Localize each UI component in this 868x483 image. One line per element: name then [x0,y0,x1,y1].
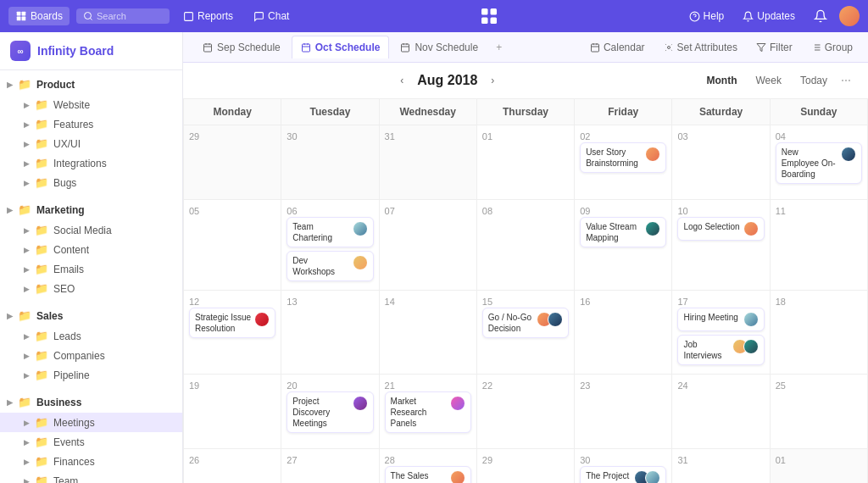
set-attributes-label: Set Attributes [677,42,737,53]
cal-cell-27[interactable]: 27 [281,449,379,483]
sidebar-item-uxui[interactable]: ▶ 📁 UX/UI [0,134,182,153]
cal-cell-29[interactable]: 29 [477,449,575,483]
cal-cell-25[interactable]: 25 [771,375,868,449]
cal-cell-26[interactable]: 26 [184,449,281,483]
sidebar-item-social-media[interactable]: ▶ 📁 Social Media [0,220,182,240]
event-user-story-brainstorming[interactable]: User Story Brainstorming [580,142,666,173]
sidebar-item-pipeline[interactable]: ▶ 📁 Pipeline [0,365,182,385]
month-view-button[interactable]: Month [698,71,746,90]
event-project-discovery-meetings[interactable]: Project Discovery Meetings [287,391,373,433]
tab-oct-schedule[interactable]: Oct Schedule [292,36,390,58]
today-view-button[interactable]: Today [792,71,836,90]
cal-cell-30-prev[interactable]: 30 [281,125,379,200]
cal-cell-11[interactable]: 11 [771,200,868,291]
cal-cell-13[interactable]: 13 [281,291,379,375]
sidebar-item-companies-label: Companies [53,350,105,362]
sidebar-group-business-header[interactable]: ▶ 📁 Business [0,391,182,413]
cal-cell-10[interactable]: 10 Logo Selection [672,200,770,291]
sidebar-item-companies[interactable]: ▶ 📁 Companies [0,346,182,365]
cal-date: 03 [677,131,687,142]
calendar-next-button[interactable]: › [486,73,499,88]
sidebar-item-team[interactable]: ▶ 📁 Team [0,471,182,483]
sidebar-item-emails[interactable]: ▶ 📁 Emails [0,259,182,279]
sidebar-item-finances[interactable]: ▶ 📁 Finances [0,452,182,471]
cal-date: 25 [776,380,786,391]
sidebar-item-events[interactable]: ▶ 📁 Events [0,432,182,452]
calendar-view-button[interactable]: Calendar [585,38,650,57]
set-attributes-button[interactable]: Set Attributes [659,38,743,57]
tab-nov-schedule[interactable]: Nov Schedule [391,36,487,58]
cal-cell-01[interactable]: 01 [477,125,575,200]
help-nav-item[interactable]: Help [682,7,732,25]
event-team-chartering[interactable]: Team Chartering [287,217,373,247]
sidebar-item-content[interactable]: ▶ 📁 Content [0,240,182,259]
cal-cell-12[interactable]: 12 Strategic Issue Resolution [184,291,281,375]
chevron-icon: ▶ [24,120,30,129]
cal-cell-30[interactable]: 30 The Project Manager's Meetup [575,449,672,483]
cal-cell-19[interactable]: 19 [184,375,281,449]
cal-cell-21[interactable]: 21 Market Research Panels [380,375,477,449]
cal-cell-24[interactable]: 24 [672,375,770,449]
cal-cell-18[interactable]: 18 [771,291,868,375]
cal-cell-05[interactable]: 05 [184,200,281,291]
cal-cell-01-next[interactable]: 01 [771,449,868,483]
event-market-research-panels[interactable]: Market Research Panels [385,391,471,433]
cal-cell-14[interactable]: 14 [380,291,477,375]
calendar-prev-button[interactable]: ‹ [395,73,409,88]
cal-cell-29-prev[interactable]: 29 [184,125,281,200]
cal-cell-31-prev[interactable]: 31 [380,125,477,200]
event-project-managers-meetup[interactable]: The Project Manager's Meetup [580,466,666,483]
sidebar-group-sales-header[interactable]: ▶ 📁 Sales [0,305,182,326]
tab-sep-schedule[interactable]: Sep Schedule [193,36,290,58]
chat-nav-item[interactable]: Chat [247,7,296,25]
cal-cell-15[interactable]: 15 Go / No-Go Decision [477,291,575,375]
sidebar-item-website[interactable]: ▶ 📁 Website [0,95,182,114]
cal-cell-08[interactable]: 08 [477,200,575,291]
event-go-nogo-decision[interactable]: Go / No-Go Decision [482,308,569,338]
event-the-sales-demo[interactable]: The Sales Demo [385,466,471,483]
reports-nav-item[interactable]: Reports [176,7,240,25]
cal-cell-22[interactable]: 22 [477,375,575,449]
event-new-employee-onboarding[interactable]: New Employee On-Boarding [776,142,862,184]
boards-nav-item[interactable]: Boards [8,7,70,25]
cal-cell-09[interactable]: 09 Value Stream Mapping [575,200,672,291]
sidebar-item-bugs[interactable]: ▶ 📁 Bugs [0,173,182,192]
cal-cell-17[interactable]: 17 Hiring Meeting Job Interviews [672,291,770,375]
event-avatar [743,339,759,354]
filter-button[interactable]: Filter [751,38,798,57]
sidebar-item-integrations-label: Integrations [53,158,107,169]
notifications-bell[interactable] [807,6,834,26]
sidebar-item-integrations[interactable]: ▶ 📁 Integrations [0,153,182,173]
cal-cell-07[interactable]: 07 [380,200,477,291]
group-button[interactable]: Group [806,38,858,57]
sidebar-item-meetings[interactable]: ▶ 📁 Meetings [0,413,182,432]
cal-cell-04[interactable]: 04 New Employee On-Boarding [771,125,868,200]
sidebar-item-seo[interactable]: ▶ 📁 SEO [0,279,182,298]
event-value-stream-mapping[interactable]: Value Stream Mapping [580,217,666,247]
cal-cell-03[interactable]: 03 [672,125,770,200]
event-dev-workshops[interactable]: Dev Workshops [287,251,373,281]
event-job-interviews[interactable]: Job Interviews [677,335,764,365]
sidebar-group-marketing-header[interactable]: ▶ 📁 Marketing [0,199,182,220]
cal-cell-16[interactable]: 16 [575,291,672,375]
event-logo-selection[interactable]: Logo Selection [677,217,764,241]
cal-cell-31[interactable]: 31 [672,449,770,483]
user-avatar[interactable] [839,6,860,26]
cal-date: 06 [287,206,297,216]
cal-cell-06[interactable]: 06 Team Chartering Dev Workshops [281,200,379,291]
add-tab-button[interactable]: + [489,36,509,58]
sidebar-item-leads[interactable]: ▶ 📁 Leads [0,326,182,346]
cal-cell-28[interactable]: 28 The Sales Demo [380,449,477,483]
sidebar-group-product-header[interactable]: ▶ 📁 Product [0,74,182,95]
event-strategic-issue-resolution[interactable]: Strategic Issue Resolution [189,308,275,338]
cal-cell-20[interactable]: 20 Project Discovery Meetings [281,375,379,449]
sidebar-item-features[interactable]: ▶ 📁 Features [0,114,182,134]
event-hiring-meeting[interactable]: Hiring Meeting [677,308,764,331]
week-view-button[interactable]: Week [748,71,790,90]
search-box[interactable]: Search [76,8,170,24]
updates-nav-item[interactable]: Updates [736,7,802,25]
more-options-button[interactable]: ⋯ [837,73,854,88]
cal-cell-23[interactable]: 23 [575,375,672,449]
cal-cell-02[interactable]: 02 User Story Brainstorming [575,125,672,200]
chevron-icon: ▶ [7,312,13,320]
